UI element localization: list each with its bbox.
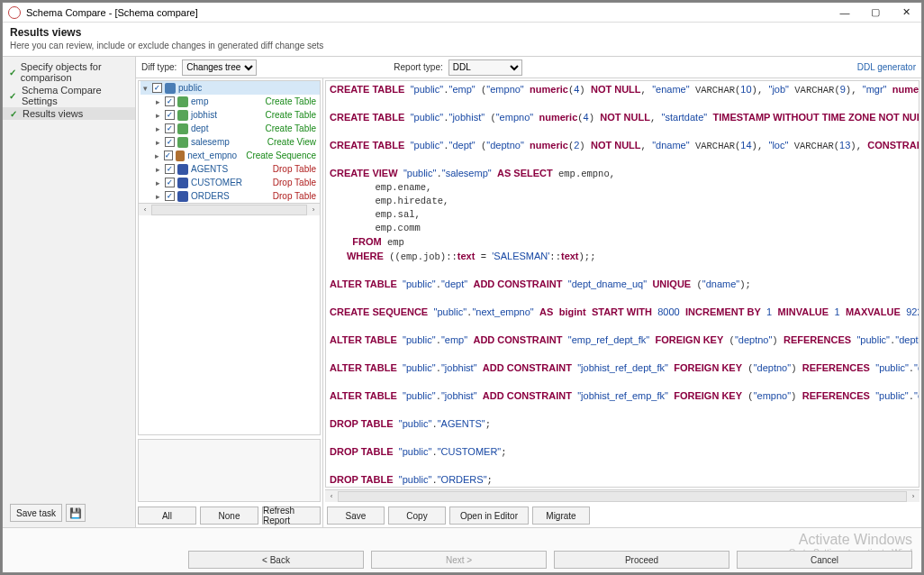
details-box (138, 439, 321, 502)
scroll-left-icon[interactable]: ‹ (139, 205, 151, 215)
tree-node[interactable]: ▸ jobhist Create Table (153, 108, 320, 122)
tree-checkbox[interactable] (165, 178, 175, 187)
check-icon: ✓ (8, 108, 19, 119)
seq-icon (176, 151, 186, 161)
tree-checkbox[interactable] (152, 83, 162, 93)
page-title: Results views (10, 26, 914, 39)
scroll-left-icon[interactable]: ‹ (325, 491, 338, 502)
tree-node-action: Create Sequence (237, 151, 316, 160)
copy-button[interactable]: Copy (388, 507, 446, 525)
tree-node-label: public (178, 83, 202, 93)
check-icon: ✓ (8, 67, 17, 78)
diff-type-select[interactable]: Changes tree (182, 59, 257, 76)
open-editor-button[interactable]: Open in Editor (449, 507, 529, 525)
tree-node-action: Drop Table (264, 164, 316, 174)
tree-root[interactable]: ▾ public (140, 81, 320, 95)
save-button[interactable]: Save (327, 507, 385, 525)
tree-checkbox[interactable] (165, 191, 175, 201)
wizard-steps: ✓Specify objects for comparison✓Schema C… (3, 57, 136, 527)
save-icon: 💾 (69, 507, 82, 519)
tree-checkbox[interactable] (165, 123, 175, 133)
tree-checkbox[interactable] (165, 96, 175, 106)
tree-checkbox[interactable] (165, 164, 175, 174)
tree-node-label: jobhist (191, 110, 217, 120)
tree-node-label: CUSTOMER (191, 178, 242, 187)
tree-node-action: Create Table (256, 123, 316, 133)
tree-node-action: Drop Table (264, 191, 316, 201)
tree-node[interactable]: ▸ ORDERS Drop Table (153, 189, 320, 203)
migrate-button[interactable]: Migrate (532, 507, 590, 525)
select-none-button[interactable]: None (200, 507, 258, 525)
ddl-editor-pane: CREATE TABLE "public"."emp" ("empno" num… (323, 78, 921, 527)
app-window: Schema Compare - [Schema compare] — ▢ ✕ … (2, 2, 922, 573)
minimize-button[interactable]: — (829, 3, 860, 23)
tree-node-action: Drop Table (264, 178, 316, 187)
close-button[interactable]: ✕ (891, 3, 921, 23)
table-icon (177, 96, 188, 107)
tree-node-label: dept (191, 123, 208, 133)
check-icon: ✓ (8, 90, 18, 101)
drop-icon (177, 191, 188, 202)
tree-node-label: AGENTS (191, 164, 228, 174)
wizard-step[interactable]: ✓Results views (3, 107, 135, 120)
scroll-right-icon[interactable]: › (307, 205, 320, 215)
page-subtitle: Here you can review, include or exclude … (10, 41, 914, 50)
expand-icon[interactable]: ▸ (153, 97, 162, 106)
maximize-button[interactable]: ▢ (860, 3, 891, 23)
drop-icon (177, 164, 188, 175)
wizard-step[interactable]: ✓Schema Compare Settings (3, 84, 135, 107)
tree-node-label: emp (191, 96, 208, 106)
tree-node[interactable]: ▸ AGENTS Drop Table (153, 162, 320, 176)
editor-horizontal-scrollbar[interactable]: ‹ › (325, 489, 919, 502)
proceed-button[interactable]: Proceed (554, 551, 729, 569)
save-task-menu-button[interactable]: 💾 (66, 504, 86, 522)
tree-node[interactable]: ▸ emp Create Table (153, 95, 320, 108)
next-button[interactable]: Next > (371, 551, 547, 569)
save-task-button[interactable]: Save task (10, 504, 62, 522)
diff-type-label: Diff type: (141, 62, 177, 72)
drop-icon (177, 178, 188, 188)
page-header: Results views Here you can review, inclu… (3, 23, 921, 57)
changes-tree-pane: ▾ public ▸ emp Create Table ▸ jobhist Cr… (136, 78, 323, 527)
ddl-generator-link[interactable]: DDL generator (857, 62, 916, 72)
back-button[interactable]: < Back (188, 551, 364, 569)
table-icon (177, 137, 188, 148)
expand-icon[interactable]: ▸ (153, 138, 162, 147)
cancel-button[interactable]: Cancel (737, 551, 912, 569)
scroll-right-icon[interactable]: › (907, 491, 919, 502)
ddl-code[interactable]: CREATE TABLE "public"."emp" ("empno" num… (326, 81, 919, 488)
table-icon (177, 110, 188, 121)
expand-icon[interactable]: ▸ (153, 151, 161, 160)
app-icon (8, 6, 21, 19)
wizard-step[interactable]: ✓Specify objects for comparison (3, 60, 135, 84)
expand-icon[interactable]: ▸ (153, 178, 162, 187)
table-icon (177, 123, 188, 134)
tree-node[interactable]: ▸ salesemp Create View (153, 135, 320, 149)
expand-icon[interactable]: ▸ (153, 165, 162, 174)
expand-icon[interactable]: ▸ (153, 111, 162, 120)
changes-tree[interactable]: ▾ public ▸ emp Create Table ▸ jobhist Cr… (139, 81, 320, 203)
schema-icon (165, 83, 176, 94)
step-label: Results views (23, 108, 83, 119)
tree-checkbox[interactable] (165, 137, 175, 147)
tree-node-label: salesemp (191, 137, 230, 147)
step-label: Specify objects for comparison (21, 61, 130, 83)
tree-node-action: Create View (258, 137, 316, 147)
tree-node-label: ORDERS (191, 191, 230, 201)
expand-icon[interactable]: ▸ (153, 192, 162, 201)
collapse-icon[interactable]: ▾ (140, 84, 149, 93)
select-all-button[interactable]: All (138, 507, 196, 525)
tree-node-action: Create Table (256, 110, 316, 120)
refresh-button[interactable]: Refresh Report (262, 507, 321, 525)
horizontal-scrollbar[interactable]: ‹ › (139, 203, 320, 215)
expand-icon[interactable]: ▸ (153, 124, 162, 133)
tree-node[interactable]: ▸ dept Create Table (153, 122, 320, 135)
tree-checkbox[interactable] (165, 110, 175, 120)
titlebar[interactable]: Schema Compare - [Schema compare] — ▢ ✕ (3, 3, 921, 23)
tree-node[interactable]: ▸ next_empno Create Sequence (153, 149, 320, 162)
tree-checkbox[interactable] (164, 151, 173, 160)
tree-node[interactable]: ▸ CUSTOMER Drop Table (153, 176, 320, 189)
window-title: Schema Compare - [Schema compare] (26, 7, 829, 18)
report-type-select[interactable]: DDL (448, 59, 522, 76)
tree-node-label: next_empno (187, 151, 237, 160)
